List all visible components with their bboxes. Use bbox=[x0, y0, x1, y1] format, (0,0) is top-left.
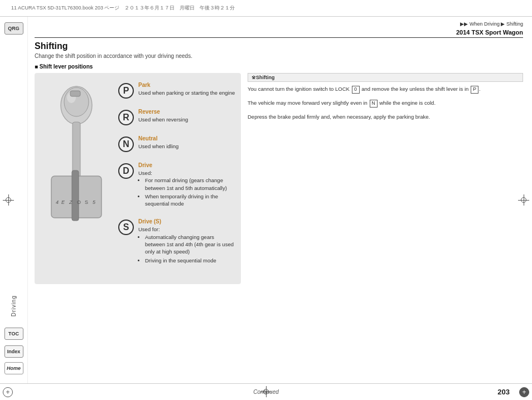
gear-name-p: Park bbox=[138, 82, 235, 88]
reg-mark-mr bbox=[518, 194, 529, 206]
page-container: QRG Driving TOC Index Home ▶▶ When Drivi… bbox=[0, 17, 532, 383]
section-title: Shifting bbox=[35, 41, 523, 51]
gear-info-r: Reverse Used when reversing bbox=[138, 109, 235, 123]
header-bar: 11 ACURA TSX 5D-31TL76300.book 203 ページ ２… bbox=[0, 0, 532, 17]
gear-letter-n: N bbox=[118, 136, 134, 152]
index-button[interactable]: Index bbox=[4, 345, 23, 358]
content-columns: 4 E Z O S 5 bbox=[35, 73, 523, 284]
gear-item-p: P Park Used when parking or starting the… bbox=[118, 82, 235, 99]
svg-text:4: 4 bbox=[56, 199, 59, 205]
print-info: 11 ACURA TSX 5D-31TL76300.book 203 ページ ２… bbox=[11, 4, 235, 12]
note-text-2: The vehicle may move forward very slight… bbox=[248, 99, 523, 108]
breadcrumb: ▶▶ When Driving ▶ Shifting bbox=[35, 21, 523, 27]
gear-name-d: Drive bbox=[138, 162, 235, 168]
gear-info-p: Park Used when parking or starting the e… bbox=[138, 82, 235, 96]
gear-letter-s: S bbox=[118, 219, 134, 235]
gear-desc-n: Used when idling bbox=[138, 143, 235, 150]
svg-text:Z: Z bbox=[69, 199, 72, 205]
gear-item-n: N Neutral Used when idling bbox=[118, 135, 235, 152]
gear-name-r: Reverse bbox=[138, 109, 235, 115]
driving-label: Driving bbox=[11, 295, 17, 316]
notes-column: ※Shifting You cannot turn the ignition s… bbox=[248, 73, 523, 284]
main-content: ▶▶ When Driving ▶ Shifting 2014 TSX Spor… bbox=[28, 17, 532, 383]
sidebar-bottom-buttons: TOC Index Home bbox=[4, 328, 23, 378]
gear-desc-s: Used for: Automatically changing gears b… bbox=[138, 226, 235, 264]
gear-letter-r: R bbox=[118, 110, 134, 125]
gear-letter-p: P bbox=[118, 83, 134, 99]
subsection-title: ■ Shift lever positions bbox=[35, 64, 523, 70]
svg-rect-2 bbox=[72, 122, 80, 178]
gear-info-d: Drive Used: For normal driving (gears ch… bbox=[138, 162, 235, 208]
diagram-column: 4 E Z O S 5 bbox=[35, 73, 241, 284]
gear-info-n: Neutral Used when idling bbox=[138, 135, 235, 150]
toc-button[interactable]: TOC bbox=[4, 328, 23, 340]
svg-text:O: O bbox=[77, 199, 81, 205]
notes-header: ※Shifting bbox=[248, 73, 523, 82]
gear-desc-d: Used: For normal driving (gears change b… bbox=[138, 169, 235, 207]
gear-letter-d: D bbox=[118, 163, 134, 179]
park-box: P bbox=[471, 86, 478, 94]
gear-name-n: Neutral bbox=[138, 135, 235, 142]
svg-text:S: S bbox=[85, 199, 88, 205]
gear-desc-r: Used when reversing bbox=[138, 116, 235, 123]
note-text-3: Depress the brake pedal firmly and, when… bbox=[248, 113, 523, 121]
gear-item-d: D Drive Used: For normal driving (gears … bbox=[118, 162, 235, 208]
qrg-button[interactable]: QRG bbox=[4, 22, 23, 35]
reg-mark-ml bbox=[3, 194, 14, 206]
lock-box: 0 bbox=[352, 86, 360, 94]
svg-rect-4 bbox=[72, 170, 79, 221]
gear-item-s: S Drive (S) Used for: Automatically chan… bbox=[118, 218, 235, 265]
reg-mark-br bbox=[519, 387, 529, 397]
reg-mark-bl bbox=[3, 387, 13, 397]
section-subtitle: Change the shift position in accordance … bbox=[35, 53, 523, 59]
footer-page-number: 203 bbox=[497, 388, 510, 396]
gear-image: 4 E Z O S 5 bbox=[40, 84, 113, 229]
gear-positions-list: P Park Used when parking or starting the… bbox=[118, 82, 235, 265]
doc-title: 2014 TSX Sport Wagon bbox=[35, 29, 523, 38]
svg-rect-12 bbox=[70, 91, 80, 96]
gear-item-r: R Reverse Used when reversing bbox=[118, 109, 235, 125]
gear-desc-p: Used when parking or starting the engine bbox=[138, 89, 235, 96]
gear-name-s: Drive (S) bbox=[138, 218, 235, 225]
gear-info-s: Drive (S) Used for: Automatically changi… bbox=[138, 218, 235, 265]
neutral-box: N bbox=[370, 100, 378, 108]
home-button[interactable]: Home bbox=[4, 362, 23, 374]
svg-text:E: E bbox=[61, 199, 65, 205]
reg-mark-bm bbox=[260, 386, 272, 397]
note-text-1: You cannot turn the ignition switch to L… bbox=[248, 85, 523, 94]
gear-diagram: 4 E Z O S 5 bbox=[35, 73, 241, 284]
